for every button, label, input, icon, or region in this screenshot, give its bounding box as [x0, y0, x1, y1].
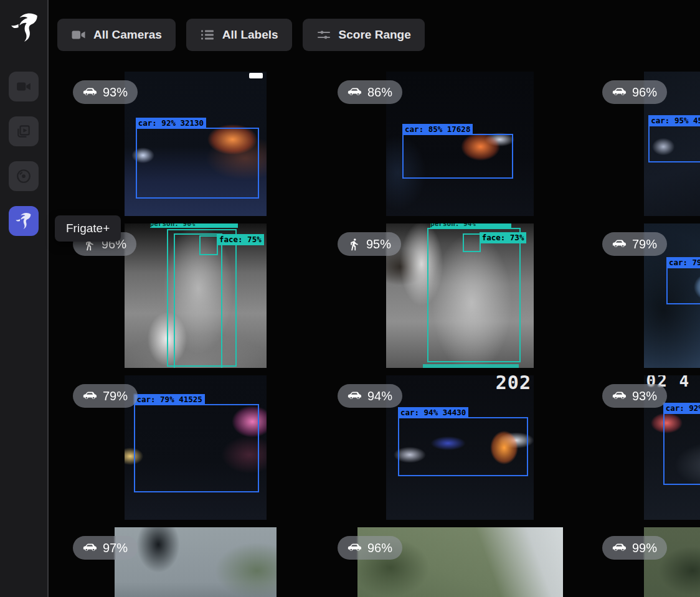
all-cameras-label: All Cameras	[93, 28, 162, 42]
score-value: 93%	[103, 85, 128, 100]
score-value: 79%	[103, 389, 128, 403]
bounding-box-face: face: 73%	[463, 233, 480, 252]
bounding-box-label: car: 85% 17628	[402, 124, 473, 135]
score-value: 97%	[103, 541, 128, 555]
score-badge: 99%	[602, 536, 667, 560]
sidebar-item-frigate-plus[interactable]	[9, 206, 39, 236]
timestamp-fragment: 202	[496, 375, 531, 393]
bounding-box-label: face: 75%	[217, 234, 264, 245]
score-badge: 79%	[602, 232, 667, 256]
car-icon	[348, 389, 362, 403]
score-badge: 86%	[338, 80, 402, 104]
car-icon	[83, 389, 97, 403]
all-cameras-filter-button[interactable]: All Cameras	[57, 19, 176, 51]
sidebar-item-live[interactable]	[9, 72, 39, 101]
detection-thumbnail: person: 96% face: 75%	[125, 223, 267, 368]
bounding-box-label: car: 92% 4216	[663, 403, 700, 414]
detection-card[interactable]: car: 99% 25 99%	[595, 527, 700, 597]
video-camera-icon	[71, 27, 86, 42]
score-badge: 93%	[602, 384, 667, 408]
bounding-box-label-clipped: person: 96%	[150, 223, 238, 228]
filter-bar: All Cameras All Labels Score Range	[57, 19, 425, 51]
bounding-box-car: car: 85% 17628	[402, 134, 513, 179]
sidebar-item-review[interactable]	[9, 116, 39, 146]
car-icon	[612, 85, 627, 100]
frigate-bird-icon	[14, 212, 33, 230]
sidebar-item-export[interactable]	[9, 161, 39, 191]
bounding-box-car: car: 79%	[666, 267, 700, 304]
detection-card[interactable]: 02 4 05 0 car: 92% 4216 93%	[595, 375, 700, 520]
detection-card[interactable]: person: 94% face: 73% 95%	[330, 223, 590, 368]
review-icon	[16, 123, 32, 139]
score-badge: 96%	[602, 80, 667, 104]
video-camera-icon	[16, 78, 32, 95]
bounding-box-label: face: 73%	[480, 232, 527, 243]
score-badge: 93%	[73, 80, 138, 104]
person-icon	[348, 238, 361, 251]
detection-card[interactable]: car: 96% 29493 96%	[330, 527, 590, 597]
car-icon	[83, 541, 97, 555]
score-badge: 79%	[73, 384, 138, 408]
bounding-box-label: car: 92% 32130	[136, 118, 206, 129]
score-badge: 97%	[73, 536, 138, 560]
car-icon	[612, 237, 627, 251]
detection-card[interactable]: car: 95% 45260 96%	[595, 72, 700, 216]
car-icon	[612, 541, 627, 555]
timestamp-fragment	[249, 73, 263, 78]
bounding-box-strip	[423, 364, 519, 368]
score-value: 95%	[366, 237, 391, 251]
detection-card[interactable]: car: 79% 41525 79%	[65, 375, 325, 520]
bounding-box-face: face: 75%	[199, 235, 218, 255]
score-badge: 94%	[338, 384, 402, 408]
all-labels-label: All Labels	[222, 28, 278, 42]
score-range-filter-button[interactable]: Score Range	[303, 19, 425, 51]
bounding-box-car: car: 94% 34430	[398, 417, 528, 476]
score-value: 96%	[632, 85, 657, 100]
detection-thumbnail: 202 car: 94% 34430	[386, 375, 534, 520]
score-badge: 95%	[338, 232, 401, 256]
detection-grid: car: 92% 32130 93% car: 85% 17628 86%	[65, 72, 700, 597]
sidebar	[0, 0, 49, 597]
car-icon	[612, 389, 627, 403]
detection-card[interactable]: car: 97% 40432 97%	[65, 527, 325, 597]
score-value: 99%	[632, 541, 657, 555]
detection-thumbnail: car: 97% 40432	[115, 527, 277, 597]
score-value: 79%	[632, 237, 657, 251]
frigate-plus-tooltip: Frigate+	[55, 215, 121, 242]
score-value: 94%	[367, 389, 392, 403]
score-value: 93%	[632, 389, 657, 403]
detection-card[interactable]: 202 car: 94% 34430 94%	[330, 375, 590, 520]
frigate-plus-page: Frigate+ All Cameras All Labels Score Ra…	[0, 0, 700, 597]
bounding-box-label: car: 95% 45260	[648, 115, 700, 126]
all-labels-filter-button[interactable]: All Labels	[186, 19, 292, 51]
bounding-box-car: car: 92% 4216	[663, 413, 700, 485]
score-value: 96%	[367, 541, 392, 555]
bounding-box-label-clipped: person: 94%	[430, 223, 511, 228]
detection-thumbnail: car: 79% 41525	[125, 375, 267, 520]
detection-card[interactable]: car: 92% 32130 93%	[65, 72, 325, 216]
car-icon	[348, 541, 362, 555]
frigate-logo-icon	[9, 10, 41, 45]
car-icon	[348, 85, 362, 100]
score-value: 86%	[367, 85, 392, 100]
detection-card[interactable]: car: 79% 79%	[595, 223, 700, 368]
bounding-box-car: car: 95% 45260	[648, 125, 700, 162]
detection-thumbnail: car: 85% 17628	[386, 72, 534, 216]
bounding-box-label: car: 79% 41525	[134, 394, 204, 405]
score-range-label: Score Range	[339, 28, 411, 42]
list-icon	[200, 27, 215, 42]
bounding-box-label: car: 94% 34430	[398, 407, 468, 418]
sliders-icon	[316, 27, 331, 42]
detection-card[interactable]: car: 85% 17628 86%	[330, 72, 590, 216]
score-badge: 96%	[338, 536, 402, 560]
detection-thumbnail: person: 94% face: 73%	[386, 223, 534, 368]
bounding-box-car: car: 79% 41525	[134, 404, 259, 492]
disc-icon	[16, 168, 32, 184]
car-icon	[83, 85, 97, 100]
detection-thumbnail: car: 92% 32130	[125, 72, 267, 216]
bounding-box-label: car: 79%	[666, 257, 700, 268]
bounding-box-car: car: 92% 32130	[136, 128, 259, 199]
detection-card[interactable]: person: 96% face: 75% 96%	[65, 223, 325, 368]
